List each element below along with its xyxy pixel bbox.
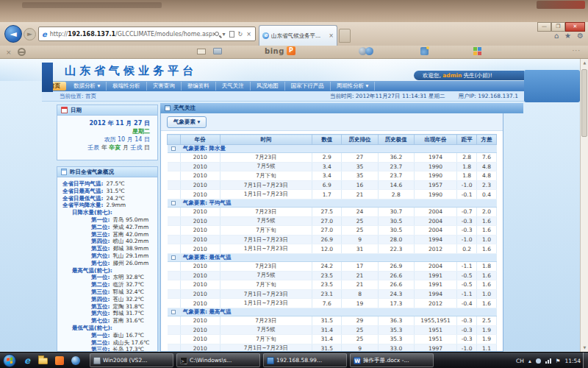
table-row[interactable]: 20107月1日~7月23日26.9928.01994-1.01.0 — [168, 235, 497, 244]
element-filter-button[interactable]: 气象要素 ▾ — [167, 116, 207, 128]
tray-expand-icon[interactable]: ▴ — [528, 358, 531, 364]
table-row[interactable]: 20107月23日24.21726.92004-1.11.8 — [168, 261, 497, 271]
table-row[interactable]: 20101月1日~7月23日7.61917.32012-0.41.6 — [168, 299, 497, 308]
table-cell: 1994 — [414, 289, 456, 299]
nav-item-6[interactable]: 风况地图 — [251, 82, 285, 91]
forward-button[interactable]: ► — [24, 28, 36, 40]
app-taskbar-icon[interactable] — [54, 355, 65, 366]
table-row[interactable]: 20107月5候3.43523.719901.84.8 — [168, 162, 497, 171]
table-row[interactable]: 20107月1日~7月23日23.1824.31994-1.11.0 — [168, 289, 497, 299]
scroll-up-icon[interactable]: ▲ — [581, 59, 588, 67]
card-icon[interactable] — [213, 48, 222, 54]
group-header-row[interactable]: 气象要素: 降水量 — [168, 145, 497, 153]
table-cell: 2.5 — [477, 316, 497, 325]
start-button[interactable] — [3, 354, 16, 367]
table-row[interactable]: 20107月23日27.52430.72004-0.72.0 — [168, 207, 497, 216]
tray-status-icon[interactable] — [536, 358, 541, 364]
toolbar-menu-dots[interactable]: ··· — [572, 47, 581, 54]
action-center-flag-icon[interactable]: ⚑ — [556, 358, 561, 364]
table-cell: 2004 — [414, 226, 456, 236]
media-player-taskbar-icon[interactable] — [71, 355, 81, 366]
group-header-row[interactable]: 气象要素: 平均气温 — [168, 199, 497, 207]
vertical-scrollbar[interactable]: ▲ ▼ — [580, 59, 588, 352]
table-row[interactable]: 20107月下旬31.42535.31951-0.31.9 — [168, 335, 497, 344]
taskbar-button-cmd[interactable]: >_C:\Windows\s... — [176, 353, 260, 367]
nav-item-3[interactable]: 灾害查询 — [147, 82, 182, 91]
nav-item-7[interactable]: 国家下行产品 — [285, 82, 331, 91]
tab-close-icon[interactable]: × — [329, 32, 334, 39]
table-cell: 33.0 — [378, 344, 414, 352]
tab-title[interactable]: 山东省气候业务平... — [271, 32, 320, 40]
language-indicator[interactable]: CH — [516, 358, 524, 364]
taskbar-button-remote[interactable]: 192.168.58.99... — [263, 353, 347, 367]
home-icon[interactable]: ⌂ — [554, 32, 559, 40]
table-cell: -0.4 — [457, 299, 477, 308]
refresh-icon[interactable]: ↻ — [238, 31, 243, 38]
table-cell: 1.8 — [477, 261, 497, 271]
url-text[interactable]: http://192.168.137.1/GLCCLIMATE/modules/… — [50, 31, 215, 38]
favorites-star-icon[interactable]: ★ — [564, 32, 571, 40]
nav-item-2[interactable]: 极端性分析 — [107, 82, 147, 91]
table-row[interactable]: 20107月5候27.02530.52004-0.31.6 — [168, 216, 497, 226]
table-cell: 36.3 — [378, 316, 414, 325]
table-row[interactable]: 20107月下旬27.02530.52004-0.31.6 — [168, 226, 497, 236]
explorer-taskbar-icon[interactable] — [38, 355, 49, 366]
network-icon[interactable] — [545, 358, 551, 364]
table-cell: 8 — [342, 289, 378, 299]
group-checkbox[interactable] — [171, 146, 176, 151]
group-checkbox[interactable] — [171, 310, 176, 314]
minimize-button[interactable]: — — [537, 22, 551, 32]
browser-window: ◄ ► e http://192.168.137.1/GLCCLIMATE/mo… — [0, 22, 588, 352]
search-icon[interactable] — [215, 32, 219, 36]
back-button[interactable]: ◄ — [4, 25, 22, 43]
show-desktop-button[interactable] — [583, 353, 588, 368]
nav-item-1[interactable]: 数据分析 ▾ — [68, 82, 107, 91]
address-bar[interactable]: e http://192.168.137.1/GLCCLIMATE/module… — [38, 26, 256, 41]
block-icon[interactable] — [18, 48, 26, 56]
scrollbar-thumb[interactable] — [581, 69, 587, 137]
table-row[interactable]: 20107月下旬23.52126.61991-0.51.6 — [168, 280, 497, 290]
nav-item-8[interactable]: 周期性分析 ▾ — [331, 82, 376, 91]
mail-icon[interactable] — [197, 49, 206, 54]
rank-line: 第一位:青岛 95.0mm — [57, 216, 157, 224]
compatibility-view-icon[interactable] — [229, 31, 234, 38]
table-cell: 2004 — [414, 261, 456, 271]
table-row[interactable]: 20107月1日~7月23日31.5933.01997-1.01.1 — [168, 344, 497, 352]
scroll-down-icon[interactable]: ▼ — [581, 344, 588, 352]
taskbar-button-win2008[interactable]: Win2008 (VS2... — [90, 353, 173, 367]
table-row[interactable]: 20107月23日2.92736.219742.87.6 — [168, 153, 497, 163]
table-cell: 25 — [342, 335, 378, 344]
table-row[interactable]: 20107月23日31.52936.31955,1951-0.32.5 — [168, 316, 497, 325]
clock[interactable]: 11:54 — [564, 358, 581, 364]
toolbar-apps-icon[interactable] — [473, 47, 481, 55]
maximize-button[interactable]: ❐ — [551, 22, 565, 32]
table-row[interactable]: 20107月1日~7月23日6.91614.61957-1.02.3 — [168, 180, 497, 190]
toolbar-weather-icon[interactable] — [420, 47, 429, 55]
toolbar-close-icon[interactable]: × — [6, 49, 12, 56]
new-tab-button[interactable] — [339, 29, 351, 43]
table-row[interactable]: 20107月下旬3.43523.719901.84.8 — [168, 171, 497, 181]
group-checkbox[interactable] — [171, 255, 176, 260]
weather-focus-panel: 气象要素 ▾ 年份时间数值历史排位历史极值出现年份距平方差 气象要素: 降水量2… — [160, 113, 503, 352]
search-dropdown-icon[interactable]: ▾ — [223, 31, 226, 38]
table-cell: 1991 — [414, 271, 456, 280]
browser-tab[interactable]: e 山东省气候业务平... × — [259, 25, 337, 46]
ie-taskbar-icon[interactable]: e — [22, 355, 32, 366]
toolbar-discs-icon[interactable] — [359, 47, 373, 55]
table-cell: 2010 — [180, 271, 220, 280]
table-row[interactable]: 20101月1日~7月23日1.7212.81990-0.10.4 — [168, 190, 497, 199]
group-checkbox[interactable] — [171, 201, 176, 205]
nav-item-5[interactable]: 天气关注 — [216, 82, 251, 91]
nav-item-4[interactable]: 整编资料 — [182, 82, 216, 91]
group-header-row[interactable]: 气象要素: 最低气温 — [168, 253, 497, 261]
close-button[interactable]: ✕ — [565, 22, 585, 32]
tools-gear-icon[interactable]: ⚙ — [577, 32, 584, 40]
table-row[interactable]: 20107月5候23.52126.61991-0.51.6 — [168, 271, 497, 280]
taskbar-button-word[interactable]: W操作手册.docx -... — [350, 353, 434, 367]
column-header: 年份 — [180, 135, 220, 145]
stop-icon[interactable]: × — [246, 31, 251, 38]
group-header-row[interactable]: 气象要素: 最高气温 — [168, 308, 497, 316]
table-row[interactable]: 20101月1日~7月23日12.03122.320120.21.6 — [168, 244, 497, 254]
table-row[interactable]: 20107月5候31.42535.31951-0.31.9 — [168, 325, 497, 335]
bing-logo[interactable]: bing P — [265, 46, 295, 55]
